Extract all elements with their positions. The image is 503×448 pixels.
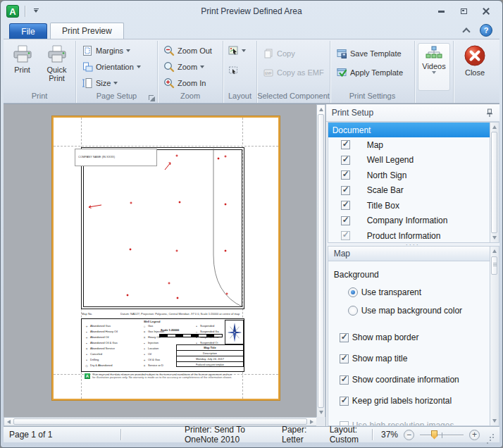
scroll-down-icon[interactable] (319, 411, 323, 414)
zoom-in-button[interactable] (469, 430, 480, 440)
document-item-map[interactable]: Map (328, 137, 490, 153)
zoom-out-button[interactable] (404, 430, 414, 440)
zoom-in-button[interactable]: Zoom In (161, 75, 215, 91)
checkbox-icon[interactable] (341, 216, 350, 225)
document-section: Document Map Well Legend North Sign Scal… (328, 122, 499, 243)
checkbox-icon[interactable] (340, 375, 349, 385)
scrollbar-thumb[interactable] (318, 114, 324, 408)
orientation-icon (82, 61, 93, 73)
zoom-slider[interactable] (420, 430, 464, 440)
close-preview-button[interactable]: Close (458, 43, 492, 91)
dialog-launcher-icon[interactable] (147, 94, 156, 102)
checkbox-show-map-title[interactable]: Show map title (340, 354, 408, 363)
checkbox-icon[interactable] (340, 354, 349, 363)
document-item-north-sign[interactable]: North Sign (328, 168, 490, 183)
help-icon[interactable] (480, 24, 492, 37)
quick-print-button[interactable]: Quick Print (41, 43, 73, 91)
page-indicator: Page 1 of 1 (4, 430, 120, 440)
orientation-button[interactable]: Orientation (79, 59, 144, 75)
ribbon: Print Quick Print Print (4, 39, 499, 104)
checkbox-icon[interactable] (341, 186, 350, 195)
pin-icon[interactable] (485, 108, 494, 118)
scrollbar-thumb[interactable] (491, 256, 497, 275)
document-item-product-information[interactable]: Product Information (328, 228, 490, 242)
tab-file[interactable]: File (9, 23, 47, 39)
group-zoom: Zoom Out Zoom (158, 41, 223, 103)
group-label-videos (415, 91, 453, 103)
document-item-well-legend[interactable]: Well Legend (328, 153, 490, 168)
paper-status: Paper: Letter (282, 425, 317, 444)
dropdown-arrow-icon (126, 49, 130, 54)
close-red-icon (464, 44, 486, 67)
scale-bar (159, 334, 223, 337)
preview-horizontal-scrollbar[interactable] (4, 417, 317, 426)
map-section-header[interactable]: Map (328, 247, 490, 261)
document-section-header[interactable]: Document (328, 123, 490, 137)
scroll-up-icon[interactable] (492, 249, 497, 253)
scroll-down-icon[interactable] (492, 236, 497, 239)
group-label-close (454, 91, 496, 103)
scrollbar-corner (316, 417, 325, 426)
checkbox-keep-grid-labels-horizontal[interactable]: Keep grid labels horizontal (340, 396, 452, 406)
printer-icon (46, 44, 68, 64)
scroll-right-icon[interactable] (310, 420, 313, 424)
radio-icon[interactable] (348, 287, 358, 297)
scroll-up-icon[interactable] (492, 125, 497, 129)
zoom-out-icon (163, 45, 175, 56)
radio-use-transparent[interactable]: Use transparent (348, 287, 421, 297)
map-title-text: Map Title (177, 345, 243, 351)
layout-select-button[interactable] (226, 43, 247, 58)
scroll-left-icon[interactable] (7, 420, 11, 424)
scrollbar-thumb[interactable] (491, 132, 497, 233)
well-symbols (89, 155, 228, 299)
checkbox-show-map-border[interactable]: Show map border (340, 332, 419, 342)
checkbox-icon[interactable] (341, 201, 350, 210)
zoom-icon (163, 61, 175, 73)
document-list-scrollbar[interactable] (490, 123, 499, 242)
document-item-title-box[interactable]: Title Box (328, 198, 490, 213)
layout-area-button[interactable] (226, 63, 247, 78)
document-item-scale-bar[interactable]: Scale Bar (328, 183, 490, 199)
scroll-down-icon[interactable] (492, 419, 497, 423)
group-label-print-settings: Print Settings (330, 91, 414, 103)
apply-template-button[interactable]: Apply Template (333, 65, 406, 80)
checkbox-icon (341, 231, 350, 240)
checkbox-show-coordinate-information[interactable]: Show coordinate information (340, 375, 459, 385)
tab-print-preview[interactable]: Print Preview (50, 23, 124, 39)
checkbox-icon[interactable] (341, 140, 350, 149)
radio-icon[interactable] (348, 306, 358, 316)
zoom-button[interactable]: Zoom (161, 59, 215, 75)
scrollbar-thumb[interactable] (13, 418, 307, 425)
restore-icon (461, 8, 467, 14)
zoom-out-button[interactable]: Zoom Out (161, 43, 215, 58)
scale-text: Scale 1:20000 (161, 328, 179, 332)
group-label-zoom: Zoom (158, 91, 223, 103)
save-template-button[interactable]: Save Template (333, 46, 406, 61)
preview-vertical-scrollbar[interactable] (316, 104, 325, 418)
document-item-company-information[interactable]: Company Information (328, 213, 490, 229)
zoom-slider-thumb[interactable] (431, 430, 437, 440)
print-button[interactable]: Print (6, 43, 38, 91)
checkbox-use-high-resolution-images[interactable]: Use high resolution images (340, 421, 454, 425)
minimize-ribbon-icon[interactable] (460, 25, 473, 36)
printer-icon (12, 44, 33, 64)
checkbox-icon[interactable] (340, 397, 349, 406)
checkbox-icon[interactable] (340, 333, 349, 342)
window-resize-grip[interactable] (487, 430, 495, 440)
scroll-up-icon[interactable] (319, 108, 323, 111)
print-preview-canvas[interactable]: COMPANY NAME (IN XXXX) (4, 104, 325, 426)
size-button[interactable]: Size (79, 75, 144, 91)
checkbox-icon[interactable] (341, 170, 350, 180)
panel-title: Print Setup (332, 108, 373, 118)
radio-use-map-background-color[interactable]: Use map background color (348, 306, 462, 316)
dropdown-arrow-icon (242, 49, 246, 54)
panel-header: Print Setup (326, 104, 499, 122)
margins-button[interactable]: Margins (79, 43, 144, 58)
videos-icon (426, 45, 442, 61)
map-section-scrollbar[interactable] (490, 247, 499, 425)
checkbox-icon[interactable] (341, 156, 350, 165)
videos-button[interactable]: Videos (418, 43, 450, 91)
group-print-settings: Save Template Apply Template Print Setti… (330, 41, 415, 103)
preview-page[interactable]: COMPANY NAME (IN XXXX) (52, 116, 280, 400)
checkbox-icon[interactable] (340, 421, 349, 426)
